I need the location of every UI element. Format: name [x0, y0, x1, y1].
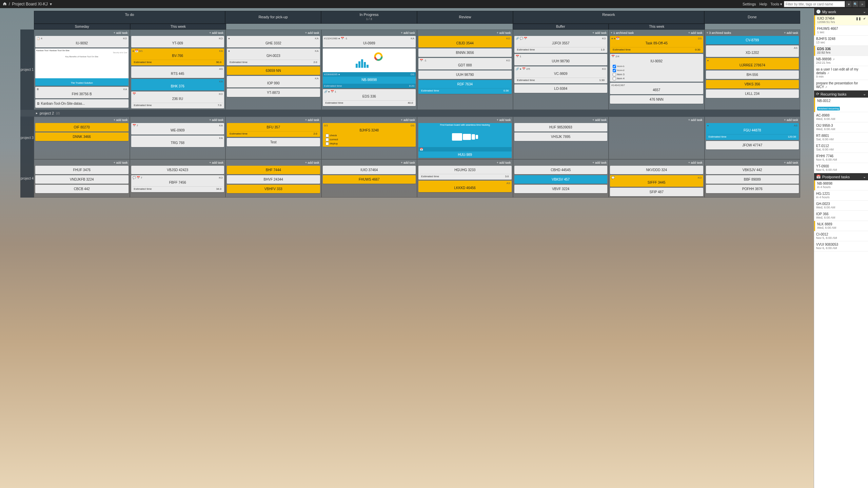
sidebar-item[interactable]: NB-98898 ↗242:21 hrs — [814, 56, 868, 66]
card[interactable]: BH-556 — [706, 70, 799, 79]
card[interactable]: JFOW 47747 — [706, 141, 799, 149]
card[interactable]: KABHK 376 — [131, 79, 224, 90]
card[interactable]: BBF 89089 — [706, 175, 799, 184]
card[interactable]: BNNN 3656 — [418, 48, 512, 57]
sidebar-item[interactable]: CI-0012Nov 5, 6:00 AM — [814, 231, 868, 241]
card[interactable]: BFU 357Estimated time2.0 — [227, 123, 320, 137]
card[interactable]: LKLL 234 — [706, 89, 799, 98]
checklist-item[interactable] — [613, 69, 616, 72]
card[interactable]: 📅 -1KOGDT 888 — [418, 58, 512, 69]
swimlane-label[interactable]: project 1 — [20, 29, 34, 110]
filter-dropdown-icon[interactable]: ▾ — [846, 1, 852, 7]
card[interactable]: NKVDDD 324 — [610, 166, 703, 174]
card[interactable]: SFIP 487 — [610, 188, 703, 196]
card[interactable]: 0/3DSBJHFS 3248checkcorrectdeploy — [323, 123, 416, 147]
lane[interactable]: + add taskKOYT-009● 📅 0/1KABV-766Estimat… — [130, 29, 226, 110]
card[interactable]: FHUF 3476 — [35, 166, 129, 174]
sidebar-item[interactable]: NB-0012finished recurring — [814, 98, 868, 112]
card[interactable]: ●KAGHE 3332 — [227, 36, 320, 47]
chevron-down-icon[interactable]: ▾ — [50, 2, 52, 6]
settings-link[interactable]: Settings — [743, 2, 756, 6]
lane[interactable]: + add taskCBHD 44545VBKSV 457VBVF 3224 — [513, 159, 609, 198]
sidebar-item[interactable]: HG-1221in 4 hours — [814, 190, 868, 201]
add-task-button[interactable]: + add task — [401, 31, 415, 35]
card[interactable]: 💬 📅 7KOFBFF 7456Estimated time34.0 — [131, 175, 224, 192]
lane[interactable]: + add task📅 7KAWE-0909KATRG 768 — [130, 117, 226, 159]
card[interactable]: ●UJRREE 278674 — [706, 58, 799, 69]
add-task-button[interactable]: + add task — [497, 118, 511, 122]
sidebar-item[interactable]: EDS 33622:52 hrs — [814, 46, 868, 56]
lane[interactable]: + add taskOIF 80270DNNK 3466 — [34, 117, 130, 159]
checklist-item[interactable] — [326, 134, 329, 137]
card[interactable]: ●ASFGU 44878Estimated time120:36 — [706, 123, 799, 140]
col-thisweek-left[interactable]: This week — [130, 24, 226, 29]
archived-link[interactable]: + 1 archived task — [611, 31, 687, 35]
col-rework[interactable]: Rework — [513, 11, 704, 24]
lane[interactable]: + add task●KAGHE 3332●KAGH-0023Estimated… — [225, 29, 321, 110]
card[interactable]: KAIOP 990 — [227, 76, 320, 87]
sidebar-item[interactable]: BJHFS 324813 sec — [814, 36, 868, 46]
card[interactable]: VBKSJV 442 — [706, 166, 799, 174]
add-task-button[interactable]: + add task — [784, 118, 798, 122]
add-task-button[interactable]: + add task — [592, 161, 607, 164]
card[interactable]: ●KAGH-0023Estimated time2.0 — [227, 48, 320, 65]
card[interactable]: RDF 7634Estimated time0:36 — [418, 80, 512, 94]
sidebar-item[interactable]: GH-0023Wed, 6:00 AM — [814, 201, 868, 211]
sidebar-item[interactable]: ET-0112Sat, 6:00 AM — [814, 143, 868, 153]
lane[interactable]: + add task — [609, 117, 705, 159]
card[interactable]: 📅 7KAWE-0909 — [131, 123, 224, 135]
add-task-button[interactable]: + add task — [209, 161, 223, 164]
lane[interactable]: + add task📋 4KOIU-9092 Kanban ToolKanban… — [34, 29, 130, 110]
add-task-button[interactable]: + add task — [209, 31, 223, 35]
card[interactable]: DNNK 3466 — [35, 133, 129, 141]
card[interactable]: VBKS 356 — [706, 80, 799, 88]
add-task-button[interactable]: + add task — [497, 31, 511, 35]
card[interactable]: ● 📅 0/1KABV-766Estimated time90.0 — [131, 48, 224, 65]
check-icon[interactable]: ✔ — [863, 17, 866, 20]
card[interactable]: LO-9384 — [514, 84, 608, 93]
card[interactable]: CBCB 442 — [35, 185, 129, 193]
card[interactable]: POFHH 3876 — [706, 185, 799, 193]
card[interactable]: 🔗 ● 📅 2/5KOVC-9809Estimated time1:30 — [514, 66, 608, 83]
col-someday[interactable]: Someday — [34, 24, 130, 29]
expand-icon[interactable]: » — [859, 1, 865, 7]
add-task-button[interactable]: + add task — [114, 31, 128, 35]
pause-icon[interactable]: ❚❚ — [856, 17, 861, 20]
card[interactable]: CV-8799 — [706, 36, 799, 44]
card[interactable]: 📋 4KOIU-9092 — [35, 36, 129, 47]
card[interactable]: KATRG 768 — [131, 136, 224, 147]
card[interactable]: VBJSD 42423 — [131, 166, 224, 174]
checklist-item[interactable] — [326, 138, 329, 141]
sidebar-item[interactable]: as a user I can edit all of my details ↗… — [814, 66, 868, 80]
card[interactable]: 📅 1UUH 98790 — [514, 54, 608, 65]
sidebar-section-mywork[interactable]: 🕘My work⌄ — [814, 8, 868, 15]
checklist-item[interactable] — [326, 142, 329, 145]
lane[interactable]: + add taskIUIO 37464FHUWS 4667 — [321, 159, 417, 198]
card[interactable]: 🗎KAFIHI 38756 B — [35, 87, 129, 98]
help-link[interactable]: Help — [760, 2, 767, 6]
sidebar-item[interactable]: RT-8801Sat, 6:00 AM — [814, 133, 868, 143]
card[interactable]: VBVF 3224 — [514, 185, 608, 193]
swimlane-project-2-collapsed[interactable]: ▸ project 2 (2) — [20, 110, 800, 117]
card[interactable]: #146419674657 — [610, 83, 703, 94]
lane[interactable]: + add taskBHF 7444BHVF 24344VBHFV 333 — [225, 159, 321, 198]
col-buffer[interactable]: Buffer — [513, 24, 609, 29]
sidebar-item[interactable]: NLK 8889Wed, 6:00 AM — [814, 221, 868, 231]
home-icon[interactable] — [3, 2, 7, 7]
archived-link[interactable]: + 3 archived tasks — [707, 31, 783, 35]
add-task-button[interactable]: + add task — [688, 118, 703, 122]
sidebar-item[interactable]: prepare the presentation for WCY ↗ — [814, 80, 868, 90]
lane[interactable]: + add taskFHUF 3476VNDJKFB 3224CBCB 442 — [34, 159, 130, 198]
lane[interactable]: + 3 archived tasks+ add taskCV-8799ASXD-… — [705, 29, 801, 110]
tools-link[interactable]: Tools ▾ — [770, 2, 782, 6]
lane[interactable]: + add taskHGUHG 3233Estimated time3.0ASL… — [417, 159, 513, 198]
checklist-item[interactable] — [613, 73, 616, 76]
filter-input[interactable] — [784, 1, 845, 7]
card[interactable]: VNDJKFB 3224 — [35, 175, 129, 184]
add-task-button[interactable]: + add task — [688, 161, 703, 164]
card[interactable]: 🔗 ● 📅 1EDS 336Estimated time40.0 — [323, 89, 416, 106]
card[interactable]: ● ● 📅DSTask 89-Off-45Estimated time0:30 — [610, 36, 703, 53]
card[interactable]: YT-8873 — [227, 88, 320, 97]
card[interactable]: 🔗 💬 📅KOJJFOI 3557Estimated time1.0 — [514, 36, 608, 53]
col-review[interactable]: Review — [417, 11, 513, 24]
